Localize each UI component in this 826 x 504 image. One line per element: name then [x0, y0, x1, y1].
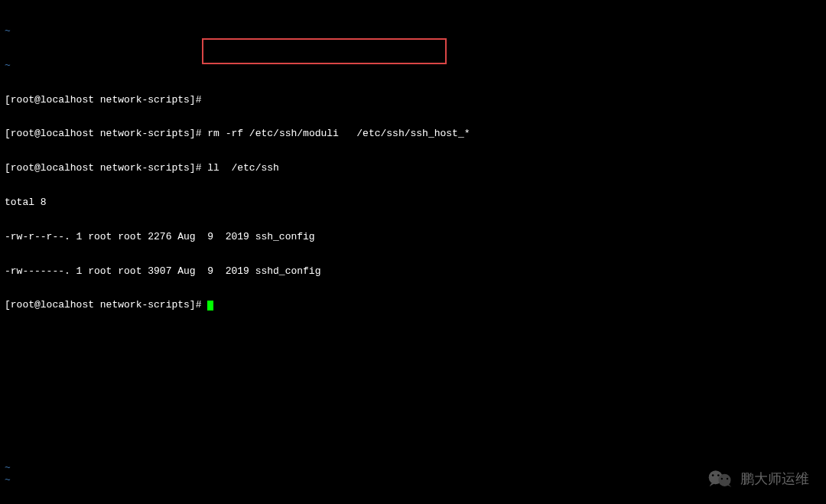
command-line: [root@localhost network-scripts]# rm -rf…	[5, 128, 821, 140]
command-text: rm -rf /etc/ssh/moduli /etc/ssh/ssh_host…	[207, 128, 470, 139]
command-text: ll /etc/ssh	[207, 162, 279, 174]
shell-prompt: [root@localhost network-scripts]#	[5, 94, 201, 106]
vim-tilde: ~	[5, 60, 821, 72]
watermark-text: 鹏大师运维	[740, 470, 809, 488]
vim-tilde: ~	[5, 26, 821, 37]
svg-point-2	[712, 474, 714, 476]
output-total: total 8	[5, 197, 821, 209]
svg-point-4	[721, 478, 723, 480]
shell-prompt: [root@localhost network-scripts]#	[5, 128, 201, 139]
svg-point-3	[717, 474, 720, 476]
terminal-cursor	[207, 301, 213, 311]
terminal-window[interactable]: ~ ~ [root@localhost network-scripts]# [r…	[0, 0, 826, 326]
output-file-listing: -rw-r--r--. 1 root root 2276 Aug 9 2019 …	[5, 232, 821, 243]
command-line: [root@localhost network-scripts]# ll /et…	[5, 163, 821, 174]
svg-point-5	[727, 478, 728, 480]
wechat-icon	[707, 467, 734, 490]
watermark: 鹏大师运维	[707, 467, 809, 490]
prompt-line: [root@localhost network-scripts]#	[5, 95, 821, 106]
vim-tilde: ~	[5, 474, 11, 486]
shell-prompt: [root@localhost network-scripts]#	[5, 299, 201, 311]
output-file-listing: -rw-------. 1 root root 3907 Aug 9 2019 …	[5, 266, 821, 278]
prompt-line-active[interactable]: [root@localhost network-scripts]#	[5, 300, 821, 311]
shell-prompt: [root@localhost network-scripts]#	[5, 162, 201, 174]
vim-tilde: ~	[5, 462, 11, 473]
